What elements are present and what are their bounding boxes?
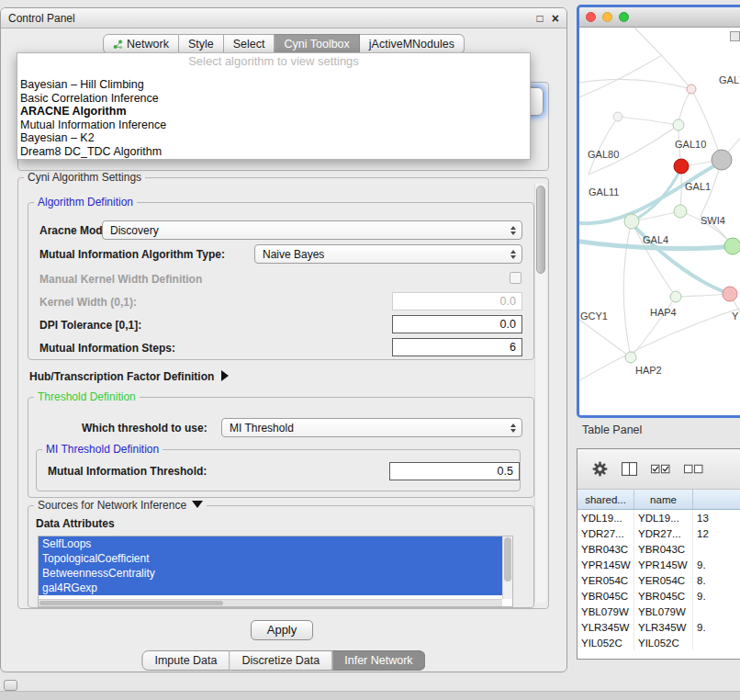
columns-icon[interactable]: [622, 462, 637, 476]
node-label: SWI4: [701, 215, 725, 226]
unchecked-boxes-icon[interactable]: [684, 463, 703, 475]
table-row[interactable]: YDL19... YDL19... 13: [577, 510, 740, 525]
network-node[interactable]: [723, 287, 737, 301]
list-item[interactable]: TopologicalCoefficient: [39, 551, 502, 566]
sources-collapse-toggle[interactable]: Sources for Network Inference: [34, 499, 207, 512]
network-node[interactable]: [613, 112, 622, 121]
mi-threshold-label: Mutual Information Threshold:: [48, 465, 207, 478]
cell: YIL052C: [577, 635, 634, 650]
dropdown-placeholder: Select algorithm to view settings: [17, 53, 530, 70]
overview-toggle-icon[interactable]: [730, 31, 740, 41]
table-row[interactable]: YBL079W YBL079W: [577, 604, 740, 619]
apply-button[interactable]: Apply: [251, 620, 313, 640]
table-row[interactable]: YDR27... YDR27... 12: [577, 525, 740, 541]
network-node[interactable]: [724, 238, 740, 254]
node-label: GAL10: [675, 139, 706, 150]
settings-scrollbar[interactable]: [534, 184, 546, 603]
tab-discretize-data[interactable]: Discretize Data: [230, 650, 333, 671]
table-row[interactable]: YIL052C YIL052C: [577, 635, 740, 650]
node-label: HAP4: [650, 307, 677, 318]
zoom-traffic-light[interactable]: [619, 12, 629, 22]
network-node[interactable]: [712, 150, 732, 170]
scrollbar-thumb[interactable]: [39, 601, 223, 605]
mi-algorithm-select[interactable]: Naive Bayes: [254, 244, 522, 264]
list-item[interactable]: BetweennessCentrality: [39, 566, 502, 581]
network-node[interactable]: [674, 159, 689, 174]
cell: YBR045C: [577, 588, 634, 604]
which-threshold-select[interactable]: MI Threshold: [221, 418, 522, 437]
checked-boxes-icon[interactable]: [651, 463, 670, 475]
cell: YBR043C: [577, 541, 634, 557]
tab-style[interactable]: Style: [179, 34, 224, 54]
dropdown-item[interactable]: Dream8 DC_TDC Algorithm: [20, 145, 527, 159]
network-node[interactable]: [673, 119, 684, 130]
table-panel-window: shared... name YDL19... YDL19... 13 YDR2…: [577, 448, 740, 660]
network-node[interactable]: [674, 205, 687, 218]
scrollbar-thumb[interactable]: [504, 537, 511, 581]
expand-right-icon: [221, 370, 229, 381]
node-label: Y: [732, 310, 739, 322]
network-window-titlebar[interactable]: [579, 7, 740, 28]
network-node[interactable]: [624, 214, 639, 229]
dpi-tolerance-field[interactable]: 0.0: [392, 315, 522, 333]
cell: YER054C: [634, 572, 693, 588]
tab-network[interactable]: Network: [103, 34, 179, 54]
cell: 12: [693, 525, 740, 541]
scrollbar-thumb[interactable]: [536, 186, 545, 274]
node-label: HAP2: [635, 365, 662, 376]
tab-jactivemnodules[interactable]: jActiveMNodules: [360, 34, 465, 54]
table-row[interactable]: YPR145W YPR145W 9.: [577, 557, 740, 572]
tab-select[interactable]: Select: [224, 34, 275, 54]
dropdown-item[interactable]: Bayesian – Hill Climbing: [20, 78, 527, 92]
manual-kernel-checkbox[interactable]: [510, 272, 521, 284]
hub-definition-expander[interactable]: Hub/Transcription Factor Definition: [29, 367, 229, 384]
list-item[interactable]: SelfLoops: [39, 536, 502, 551]
close-window-icon[interactable]: ×: [552, 11, 559, 26]
combo-arrows-icon: [510, 423, 516, 433]
dropdown-item[interactable]: Basic Correlation Inference: [20, 92, 527, 106]
group-title: MI Threshold Definition: [42, 443, 163, 456]
table-row[interactable]: YER054C YER054C 8.: [577, 572, 740, 588]
control-panel-titlebar[interactable]: Control Panel □ ×: [1, 8, 566, 28]
collapsed-panel-icon[interactable]: [4, 680, 17, 691]
node-label: GAL11: [589, 186, 619, 198]
list-vertical-scrollbar[interactable]: [502, 536, 512, 599]
aracne-mode-select[interactable]: Discovery: [102, 220, 522, 240]
table-row[interactable]: YBR045C YBR045C 9.: [577, 588, 740, 604]
column-header[interactable]: name: [634, 490, 693, 509]
close-traffic-light[interactable]: [586, 12, 596, 22]
mi-steps-field[interactable]: 6: [392, 338, 522, 356]
network-node[interactable]: [625, 352, 636, 363]
column-header[interactable]: shared...: [577, 490, 634, 509]
tab-impute-data[interactable]: Impute Data: [141, 650, 230, 671]
combo-arrows-icon: [510, 226, 516, 235]
table-row[interactable]: YBR043C YBR043C: [577, 541, 740, 557]
sources-title: Sources for Network Inference: [38, 499, 186, 512]
bottom-tabbar: Impute Data Discretize Data Infer Networ…: [141, 650, 425, 671]
column-header[interactable]: [693, 490, 740, 509]
dropdown-item-selected[interactable]: ARACNE Algorithm: [20, 105, 527, 119]
which-threshold-label: Which threshold to use:: [82, 422, 207, 435]
desktop: Control Panel □ × Network Style: [0, 0, 740, 700]
list-horizontal-scrollbar[interactable]: [39, 599, 502, 606]
minimize-traffic-light[interactable]: [602, 12, 612, 22]
list-item[interactable]: gal4RGexp: [39, 581, 502, 595]
network-node[interactable]: [687, 85, 696, 94]
tab-infer-network[interactable]: Infer Network: [332, 650, 425, 671]
gear-icon[interactable]: [592, 461, 608, 477]
network-edges: [579, 28, 740, 386]
algorithm-definition-group: Algorithm Definition Aracne Mode: Discov…: [28, 202, 534, 360]
mi-threshold-field[interactable]: 0.5: [389, 462, 520, 480]
table-row[interactable]: YLR345W YLR345W 9.: [577, 619, 740, 635]
data-attributes-list[interactable]: SelfLoops TopologicalCoefficient Between…: [38, 536, 513, 607]
dropdown-item[interactable]: Bayesian – K2: [20, 131, 527, 145]
network-node[interactable]: [670, 291, 681, 302]
float-window-icon[interactable]: □: [537, 12, 544, 25]
cell: YBR043C: [634, 541, 693, 557]
cell: YLR345W: [634, 619, 693, 635]
cell: YDR27...: [634, 525, 693, 541]
tab-cyni-toolbox[interactable]: Cyni Toolbox: [275, 34, 359, 54]
network-canvas[interactable]: GAL7 GAL80 GAL10 GAL11 GAL1 SWI4 GAL4 GC…: [579, 28, 740, 415]
kernel-width-field[interactable]: 0.0: [392, 292, 522, 310]
dropdown-item[interactable]: Mutual Information Inference: [20, 119, 527, 132]
